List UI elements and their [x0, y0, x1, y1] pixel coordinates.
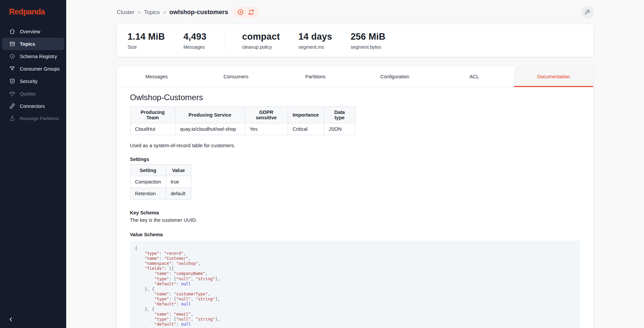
- stat-value: 256 MiB: [351, 32, 385, 42]
- tab-configuration[interactable]: Configuration: [355, 66, 434, 87]
- column-header: Value: [166, 165, 191, 176]
- breadcrumb-separator-icon: >: [163, 9, 166, 15]
- redpanda-logo[interactable]: Redpanda: [9, 7, 66, 16]
- sidebar-item-label: Connectors: [20, 104, 45, 109]
- stat-label: Messages: [184, 44, 207, 50]
- settings-table: SettingValueCompactiontrueRetentiondefau…: [130, 164, 191, 200]
- breadcrumb-current-topic: owlshop-customers: [169, 8, 228, 16]
- stat-segment-bytes: 256 MiBsegment.bytes: [351, 32, 385, 50]
- topic-detail-card: MessagesConsumersPartitionsConfiguration…: [117, 66, 594, 328]
- column-header: Setting: [130, 165, 166, 176]
- play-circle-icon: [237, 9, 244, 15]
- sidebar-item-label: Topics: [20, 41, 35, 47]
- settings-heading: Settings: [130, 157, 580, 162]
- tab-bar: MessagesConsumersPartitionsConfiguration…: [117, 66, 594, 87]
- table-header-row: SettingValue: [130, 165, 191, 176]
- sidebar-item-security[interactable]: Security: [2, 75, 64, 87]
- stat-messages: 4,493Messages: [184, 32, 207, 50]
- topic-stats-card: 1.14 MiBSize4,493Messagescompactcleanup.…: [117, 24, 594, 57]
- tab-documentation[interactable]: Documentation: [514, 66, 593, 87]
- topic-info-table: Producing TeamProducing ServiceGDPR sens…: [130, 107, 356, 135]
- sidebar-item-topics[interactable]: Topics: [2, 38, 64, 50]
- sidebar-nav: OverviewTopicsSchema RegistryConsumer Gr…: [0, 25, 66, 125]
- column-header: Producing Service: [175, 107, 245, 123]
- table-cell: quay.io/cloudhut/owl-shop: [175, 123, 245, 135]
- produce-record-button[interactable]: [237, 9, 244, 15]
- breadcrumb-link-topics[interactable]: Topics: [144, 9, 160, 15]
- stats-divider: [225, 31, 225, 50]
- column-header: GDPR sensitive: [245, 107, 288, 123]
- stat-value: compact: [242, 32, 280, 42]
- main-area: Cluster>Topics>owlshop-customers: [66, 0, 644, 328]
- schema-registry-icon: [9, 53, 15, 59]
- sidebar-item-overview[interactable]: Overview: [2, 25, 64, 38]
- sidebar-item-consumer-groups[interactable]: Consumer Groups: [2, 63, 64, 75]
- table-row: CloudHutquay.io/cloudhut/owl-shopYesCrit…: [130, 123, 355, 135]
- table-cell: Retention: [130, 188, 166, 200]
- tab-consumers[interactable]: Consumers: [196, 66, 276, 87]
- table-cell: Critical: [288, 123, 324, 135]
- tab-partitions[interactable]: Partitions: [276, 66, 355, 87]
- sidebar: Redpanda OverviewTopicsSchema RegistryCo…: [0, 0, 66, 328]
- table-row: Compactiontrue: [130, 176, 191, 188]
- doc-description: Used as a system-of-record table for cus…: [130, 143, 580, 148]
- table-cell: Compaction: [130, 176, 166, 188]
- refresh-button[interactable]: [248, 9, 254, 15]
- sidebar-item-label: Quotas: [20, 91, 36, 96]
- stat-value: 1.14 MiB: [128, 32, 165, 42]
- stat-label: segment.ms: [298, 44, 332, 50]
- stat-value: 14 days: [298, 32, 332, 42]
- sidebar-item-label: Overview: [20, 29, 40, 34]
- consumer-groups-icon: [9, 66, 15, 72]
- table-cell: true: [166, 176, 191, 188]
- breadcrumb: Cluster>Topics>owlshop-customers: [117, 8, 228, 16]
- key-schema-heading: Key Schema: [130, 210, 580, 215]
- stat-cleanup-policy: compactcleanup.policy: [242, 32, 280, 50]
- table-cell: Yes: [245, 123, 288, 135]
- table-cell: JSON: [324, 123, 355, 135]
- table-row: Retentiondefault: [130, 188, 191, 200]
- chevron-left-icon: [8, 317, 14, 322]
- connectors-icon: [9, 103, 15, 109]
- home-icon: [9, 28, 15, 35]
- stat-label: Size: [128, 44, 165, 50]
- value-schema-code: { "type": "record", "name": "Customer", …: [130, 241, 580, 328]
- column-header: Importance: [288, 107, 324, 123]
- stat-value: 4,493: [184, 32, 207, 42]
- topic-action-pill: [233, 7, 259, 17]
- sidebar-item-connectors[interactable]: Connectors: [2, 100, 64, 112]
- security-icon: [9, 78, 15, 84]
- doc-title: Owlshop-Customers: [130, 93, 580, 102]
- wrench-icon: [584, 9, 590, 15]
- tab-acl[interactable]: ACL: [435, 66, 514, 87]
- sidebar-item-label: Reassign Partitions: [20, 116, 59, 121]
- sidebar-item-label: Consumer Groups: [20, 66, 59, 72]
- sidebar-item-label: Schema Registry: [20, 54, 57, 59]
- stat-label: cleanup.policy: [242, 44, 280, 50]
- key-schema-text: The key is the customer UUID.: [130, 217, 580, 223]
- stat-segment-ms: 14 dayssegment.ms: [298, 32, 332, 50]
- column-header: Producing Team: [130, 107, 175, 123]
- stat-size: 1.14 MiBSize: [128, 32, 165, 50]
- reassign-partitions-icon: [9, 115, 15, 122]
- sidebar-item-schema-registry[interactable]: Schema Registry: [2, 50, 64, 63]
- sidebar-item-label: Security: [20, 79, 37, 84]
- sidebar-item-reassign-partitions[interactable]: Reassign Partitions: [2, 112, 64, 125]
- topbar: Cluster>Topics>owlshop-customers: [117, 0, 594, 24]
- table-header-row: Producing TeamProducing ServiceGDPR sens…: [130, 107, 355, 123]
- column-header: Data type: [324, 107, 355, 123]
- documentation-panel: Owlshop-Customers Producing TeamProducin…: [117, 87, 594, 328]
- quotas-icon: [9, 90, 15, 97]
- table-cell: CloudHut: [130, 123, 175, 135]
- sidebar-collapse-button[interactable]: [6, 315, 15, 324]
- stat-label: segment.bytes: [351, 44, 385, 50]
- table-cell: default: [166, 188, 191, 200]
- tab-messages[interactable]: Messages: [117, 66, 196, 87]
- page-settings-button[interactable]: [581, 6, 594, 18]
- value-schema-heading: Value Schema: [130, 232, 580, 237]
- sidebar-item-quotas[interactable]: Quotas: [2, 87, 64, 100]
- breadcrumb-link-cluster[interactable]: Cluster: [117, 9, 134, 15]
- topics-icon: [9, 41, 15, 47]
- breadcrumb-separator-icon: >: [138, 9, 141, 15]
- refresh-icon: [248, 9, 254, 15]
